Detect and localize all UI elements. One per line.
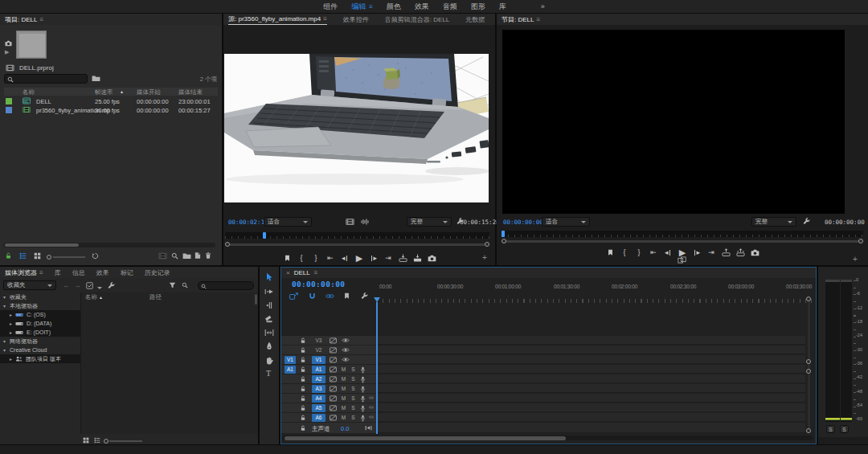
forward-icon[interactable]: →	[74, 281, 81, 289]
go-to-out-button[interactable]: ⇥	[383, 253, 395, 263]
solo-button[interactable]: S	[350, 404, 357, 411]
project-row-sequence[interactable]: DELL 25.00 fps 00:00:00:00 23:00:00:01	[4, 97, 218, 105]
track-lock-icon[interactable]	[300, 395, 306, 402]
extract-button[interactable]	[735, 247, 747, 257]
col-media-end[interactable]: 媒体结束	[178, 88, 203, 96]
voiceover-record-icon[interactable]	[360, 395, 366, 403]
back-icon[interactable]: ←	[63, 281, 70, 289]
tab-history[interactable]: 历史记录	[145, 268, 170, 277]
sort-icons-icon[interactable]	[92, 252, 99, 260]
program-video-frame[interactable]	[502, 30, 845, 214]
track-lock-icon[interactable]	[300, 386, 306, 392]
panel-menu-icon[interactable]: ≡	[314, 269, 318, 276]
track-lane-v1[interactable]	[378, 355, 805, 364]
mute-button[interactable]: M	[340, 366, 347, 373]
panel-menu-icon[interactable]: ≡	[536, 16, 540, 23]
track-target-a4[interactable]: A4	[312, 395, 326, 403]
solo-button[interactable]: S	[350, 395, 357, 402]
source-zoom-select[interactable]: 适合	[264, 217, 312, 227]
voiceover-record-icon[interactable]	[360, 376, 366, 383]
browser-zoom-slider[interactable]	[104, 440, 142, 443]
workspace-tab-effects[interactable]: 效果	[415, 2, 429, 12]
filter-icon[interactable]	[169, 282, 176, 288]
mute-button[interactable]: M	[340, 404, 347, 411]
program-zoom-scrollbar[interactable]	[502, 239, 863, 243]
master-level-value[interactable]: 0.0	[341, 425, 349, 432]
source-patch-empty[interactable]	[285, 395, 296, 403]
source-current-timecode[interactable]: 00:00:02:11	[228, 219, 268, 226]
vscroll-handle-video[interactable]	[806, 359, 811, 364]
track-lock-icon[interactable]	[300, 415, 306, 421]
export-frame-button[interactable]	[426, 253, 438, 263]
comparison-view-icon[interactable]	[678, 256, 686, 264]
automate-to-sequence-icon[interactable]	[158, 252, 167, 260]
source-scrubber[interactable]	[225, 232, 489, 239]
workspace-tab-audio[interactable]: 音频	[443, 2, 457, 12]
program-scrubber[interactable]	[502, 231, 863, 237]
lift-button[interactable]	[720, 247, 732, 257]
browser-icon-view-icon[interactable]	[83, 437, 89, 444]
timeline-settings-wrench-icon[interactable]	[361, 292, 368, 300]
project-folder-up-icon[interactable]	[92, 75, 100, 82]
voiceover-record-icon[interactable]	[360, 366, 366, 374]
file-types-icon[interactable]	[86, 282, 93, 289]
source-patch-empty[interactable]	[285, 337, 296, 345]
track-lane-v3[interactable]	[378, 336, 805, 345]
play-button[interactable]: ▶	[354, 253, 366, 263]
source-patch-empty[interactable]	[285, 346, 296, 354]
sort-asc-icon[interactable]: ▲	[120, 89, 124, 94]
timeline-hscrollbar[interactable]	[283, 436, 813, 440]
sync-lock-icon[interactable]	[330, 337, 337, 344]
vscroll-handle-audio[interactable]	[806, 369, 811, 374]
toggle-track-output-icon[interactable]	[342, 347, 350, 353]
solo-button[interactable]: S	[350, 366, 357, 373]
mark-in-button[interactable]: {	[619, 247, 631, 257]
toggle-track-output-icon[interactable]	[342, 337, 350, 343]
panel-menu-icon[interactable]: ≡	[323, 15, 327, 22]
tab-media-browser[interactable]: 媒体浏览器≡	[5, 268, 43, 277]
track-lane-master[interactable]	[378, 423, 805, 433]
tab-audio-clip-mixer[interactable]: 音频剪辑混合器: DELL	[385, 15, 449, 24]
source-patch-empty[interactable]	[285, 414, 296, 422]
add-marker-button[interactable]	[604, 247, 616, 257]
drag-video-icon[interactable]	[346, 218, 354, 226]
track-lock-icon[interactable]	[300, 347, 306, 354]
type-tool[interactable]: T	[266, 369, 271, 378]
icon-view-icon[interactable]	[34, 252, 41, 260]
mark-out-button[interactable]: }	[633, 247, 645, 257]
voiceover-record-icon[interactable]	[360, 415, 366, 422]
track-target-a6[interactable]: A6	[312, 414, 326, 422]
solo-button[interactable]: S	[350, 414, 357, 421]
workspace-tab-editing[interactable]: 编辑	[351, 2, 366, 12]
mute-button[interactable]: M	[340, 395, 347, 402]
program-zoom-select[interactable]: 适合	[542, 217, 590, 227]
selection-tool[interactable]	[264, 272, 274, 282]
sync-lock-icon[interactable]	[330, 405, 337, 411]
hand-tool[interactable]	[265, 356, 273, 365]
track-lane-a2[interactable]	[378, 374, 805, 383]
workspace-tab-libraries[interactable]: 库	[499, 2, 506, 12]
ripple-edit-tool[interactable]	[264, 301, 274, 309]
master-end-icon[interactable]	[365, 425, 372, 431]
insert-button[interactable]	[397, 253, 409, 263]
close-sequence-icon[interactable]: ×	[286, 269, 290, 276]
step-forward-button[interactable]: ▸	[691, 247, 703, 257]
tree-item-team-projects[interactable]: ▸团队项目 版本	[0, 354, 80, 363]
playhead-line[interactable]	[376, 302, 378, 434]
slip-tool[interactable]	[264, 329, 274, 337]
zoom-handle-left[interactable]	[225, 242, 230, 247]
add-marker-button[interactable]	[281, 253, 293, 263]
voiceover-record-icon[interactable]	[360, 386, 366, 393]
item-name[interactable]: DELL	[36, 98, 51, 105]
col-fps[interactable]: 帧速率	[95, 88, 113, 96]
workspace-tab-assembly[interactable]: 组件	[323, 2, 338, 12]
sync-lock-icon[interactable]	[330, 357, 337, 363]
tab-program[interactable]: 节目: DELL≡	[502, 15, 540, 24]
zoom-handle-left[interactable]	[502, 239, 506, 243]
track-lane-a5[interactable]	[378, 403, 805, 412]
solo-button[interactable]: S	[350, 385, 357, 392]
drag-audio-icon[interactable]	[361, 218, 369, 226]
track-lane-a3[interactable]	[378, 384, 805, 393]
tree-item-drive-e[interactable]: ▸E: (DOIT)	[0, 328, 80, 337]
mute-button[interactable]: M	[340, 385, 347, 392]
